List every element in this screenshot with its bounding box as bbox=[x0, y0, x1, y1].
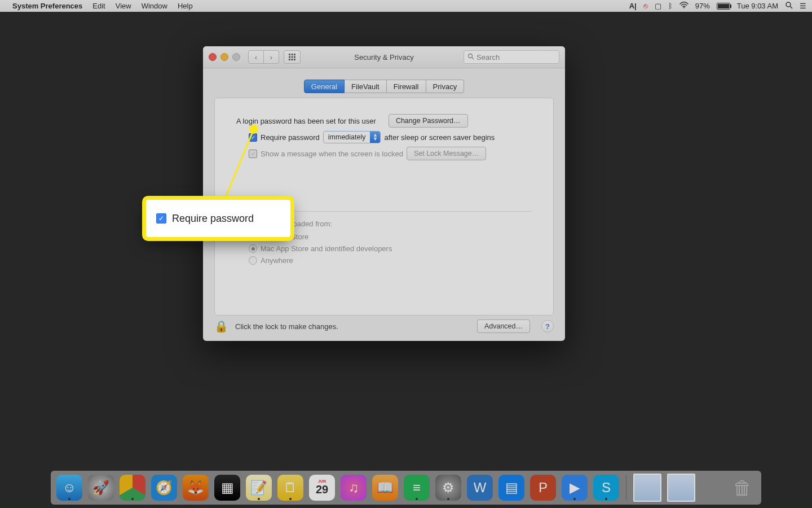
set-lock-message-button: Set Lock Message… bbox=[407, 147, 486, 160]
security-privacy-window: ‹ › Security & Privacy Search General Fi… bbox=[203, 46, 565, 341]
window-controls bbox=[209, 53, 240, 61]
tab-filevault[interactable]: FileVault bbox=[345, 80, 387, 93]
allow-anywhere-label: Anywhere bbox=[261, 256, 293, 265]
battery-icon[interactable] bbox=[717, 3, 730, 10]
menubar-right: A| ⎋ ▢ ᛒ 97% Tue 9:03 AM ☰ bbox=[629, 1, 806, 11]
svg-rect-10 bbox=[292, 59, 293, 60]
notes-icon[interactable]: 📝 bbox=[246, 475, 272, 501]
chrome-icon[interactable] bbox=[120, 475, 145, 501]
svg-point-1 bbox=[786, 2, 791, 7]
require-password-label: Require password bbox=[261, 133, 320, 142]
dock-thumb-2[interactable] bbox=[667, 474, 695, 502]
wifi-icon[interactable] bbox=[679, 2, 689, 10]
stickies-icon[interactable]: 🗒 bbox=[277, 475, 303, 501]
finder-icon[interactable]: ☺ bbox=[56, 475, 82, 501]
show-message-label: Show a message when the screen is locked bbox=[261, 150, 403, 158]
battery-percent[interactable]: 97% bbox=[695, 2, 710, 10]
tabs: General FileVault Firewall Privacy bbox=[203, 80, 565, 93]
svg-rect-8 bbox=[294, 56, 295, 58]
svg-rect-7 bbox=[292, 56, 293, 58]
callout-checkbox-icon: ✓ bbox=[156, 213, 166, 224]
advanced-button[interactable]: Advanced… bbox=[477, 319, 530, 333]
allow-anywhere-radio bbox=[249, 256, 257, 265]
callout-require-password: ✓ Require password bbox=[146, 200, 290, 237]
svg-line-2 bbox=[790, 6, 792, 8]
svg-rect-3 bbox=[289, 54, 290, 55]
menu-view[interactable]: View bbox=[116, 2, 131, 10]
login-password-text: A login password has been set for this u… bbox=[236, 117, 376, 125]
notification-center-icon[interactable]: ☰ bbox=[800, 2, 806, 10]
show-message-row: ✓ Show a message when the screen is lock… bbox=[249, 147, 532, 160]
back-button[interactable]: ‹ bbox=[248, 50, 264, 64]
allow-identified-radio bbox=[249, 244, 257, 253]
launchpad-icon[interactable]: 🚀 bbox=[88, 475, 114, 501]
dock-separator bbox=[626, 475, 626, 500]
tab-firewall[interactable]: Firewall bbox=[387, 80, 426, 93]
powerpoint-icon[interactable]: P bbox=[530, 475, 556, 501]
require-password-suffix: after sleep or screen saver begins bbox=[384, 133, 495, 142]
svg-rect-4 bbox=[292, 54, 293, 55]
menu-help[interactable]: Help bbox=[178, 2, 193, 10]
forward-button[interactable]: › bbox=[264, 50, 279, 64]
firefox-icon[interactable]: 🦊 bbox=[183, 475, 209, 501]
zoom-button[interactable] bbox=[232, 53, 240, 61]
adobe-cc-icon[interactable]: A| bbox=[629, 2, 637, 10]
tab-general[interactable]: General bbox=[304, 80, 345, 93]
svg-rect-9 bbox=[289, 59, 290, 60]
svg-rect-5 bbox=[294, 54, 295, 55]
svg-rect-11 bbox=[294, 59, 295, 60]
word-icon[interactable]: W bbox=[467, 475, 493, 501]
svg-rect-6 bbox=[289, 56, 290, 58]
search-icon bbox=[467, 53, 474, 62]
allow-identified-row: Mac App Store and identified developers bbox=[249, 244, 532, 253]
dock: ☺🚀🧭🦊▦📝🗒JUN29♫📖≡⚙W▤P▶S🗑 bbox=[51, 471, 761, 505]
help-button[interactable]: ? bbox=[541, 320, 554, 332]
lock-hint: Click the lock to make changes. bbox=[235, 322, 338, 331]
itunes-icon[interactable]: ♫ bbox=[341, 475, 367, 501]
require-password-checkbox[interactable]: ✓ bbox=[249, 133, 257, 142]
trash-icon[interactable]: 🗑 bbox=[730, 475, 756, 501]
menubar: System Preferences Edit View Window Help… bbox=[0, 0, 812, 12]
zoom-icon[interactable]: ▶ bbox=[562, 475, 588, 501]
minimize-button[interactable] bbox=[220, 53, 228, 61]
search-placeholder: Search bbox=[476, 53, 500, 62]
search-field[interactable]: Search bbox=[464, 50, 559, 64]
allow-identified-label: Mac App Store and identified developers bbox=[261, 244, 392, 253]
require-password-delay-select[interactable]: immediately ▲▼ bbox=[323, 131, 381, 143]
titlebar[interactable]: ‹ › Security & Privacy Search bbox=[203, 46, 565, 68]
svg-line-13 bbox=[472, 58, 474, 59]
mission-control-icon[interactable]: ▦ bbox=[214, 475, 240, 501]
menu-edit[interactable]: Edit bbox=[92, 2, 105, 10]
menuextra-icon[interactable]: ⎋ bbox=[643, 2, 648, 10]
ibooks-icon[interactable]: 📖 bbox=[372, 475, 398, 501]
lock-icon[interactable]: 🔒 bbox=[214, 319, 228, 333]
system-preferences-icon[interactable]: ⚙ bbox=[435, 475, 461, 501]
spotify-icon[interactable]: ≡ bbox=[404, 475, 430, 501]
safari-icon[interactable]: 🧭 bbox=[151, 475, 177, 501]
login-password-row: A login password has been set for this u… bbox=[236, 114, 532, 128]
keynote-icon[interactable]: ▤ bbox=[498, 475, 524, 501]
show-message-checkbox: ✓ bbox=[249, 150, 257, 158]
airplay-icon[interactable]: ▢ bbox=[655, 2, 661, 10]
skype-icon[interactable]: S bbox=[593, 475, 619, 501]
change-password-button[interactable]: Change Password… bbox=[389, 114, 468, 128]
window-footer: 🔒 Click the lock to make changes. Advanc… bbox=[214, 319, 554, 333]
bluetooth-icon[interactable]: ᛒ bbox=[668, 2, 673, 10]
close-button[interactable] bbox=[209, 53, 217, 61]
svg-point-0 bbox=[683, 7, 685, 8]
allow-appstore-row: Mac App Store bbox=[249, 233, 532, 241]
select-arrows-icon: ▲▼ bbox=[370, 132, 380, 143]
allow-anywhere-row: Anywhere bbox=[249, 256, 532, 265]
calendar-icon[interactable]: JUN29 bbox=[309, 475, 335, 501]
tab-privacy[interactable]: Privacy bbox=[426, 80, 465, 93]
svg-point-12 bbox=[469, 54, 473, 58]
app-menu[interactable]: System Preferences bbox=[12, 2, 82, 10]
show-all-button[interactable] bbox=[284, 50, 301, 64]
menu-window[interactable]: Window bbox=[142, 2, 167, 10]
dock-thumb-1[interactable] bbox=[633, 474, 661, 502]
spotlight-icon[interactable] bbox=[785, 1, 793, 11]
nav-buttons: ‹ › bbox=[248, 50, 279, 64]
require-password-row: ✓ Require password immediately ▲▼ after … bbox=[249, 131, 532, 143]
clock[interactable]: Tue 9:03 AM bbox=[737, 2, 778, 10]
callout-label: Require password bbox=[172, 213, 254, 225]
